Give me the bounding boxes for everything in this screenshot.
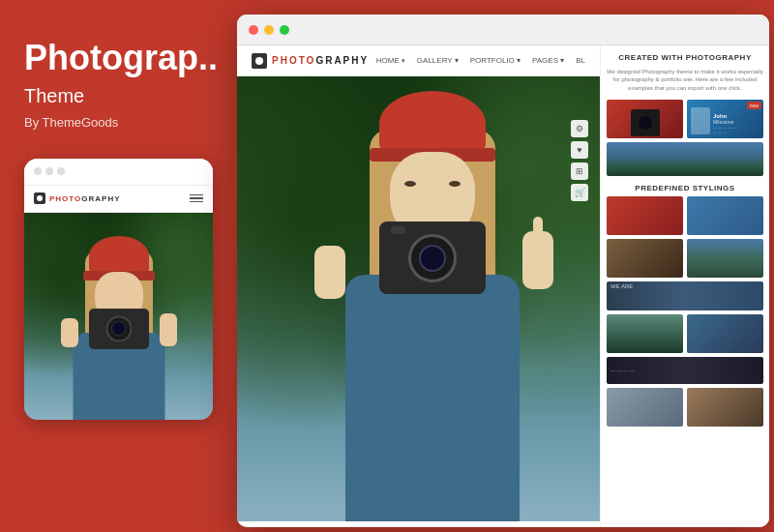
pred-photo-7 [687,314,763,353]
website-logo-text: PHOTOGRAPHY [272,55,369,66]
mobile-dot-1 [34,167,42,175]
website-nav-links: HOME GALLERY ▾ PORTFOLIO ▾ PAGES ▾ BL [376,56,585,65]
website-hero: ⚙ ♥ ⊞ 🛒 [237,76,600,521]
cart-icon[interactable]: 🛒 [571,184,588,201]
mobile-hamburger-icon[interactable] [190,194,203,203]
mobile-dot-3 [57,167,65,175]
pred-thumb-6[interactable] [607,314,683,353]
pred-photo-10 [687,388,763,427]
grid-icon[interactable]: ⊞ [571,163,588,180]
mobile-dot-2 [45,167,53,175]
mobile-nav: PHOTOGRAPHY [24,186,213,213]
hero-jacket [345,275,520,521]
mobile-hand-left [61,318,78,347]
website-main: PHOTOGRAPHY HOME GALLERY ▾ PORTFOLIO ▾ P… [237,45,600,527]
created-with-title: CREATED WITH PHOTOGRAPHY [607,53,763,62]
landscape-photo [607,142,763,176]
thumb-grid-created: new John Milestone — — — — — — — — [607,100,763,176]
thumb-grid-predefined: WE ARE — — — — [607,196,763,427]
nav-link-gallery[interactable]: GALLERY ▾ [417,56,459,65]
mobile-mockup: PHOTOGRAPHY [24,159,213,420]
thumb-card-text: John Milestone — — — — — — — — [713,113,759,134]
pred-thumb-1[interactable] [607,196,683,235]
created-with-desc: We designed Photography theme to make it… [607,68,763,92]
theme-title: Photograp.. [24,39,213,77]
browser-dot-green [280,25,289,35]
mini-photo-1 [607,100,683,138]
hero-camera [379,222,486,294]
left-panel: Photograp.. Theme By ThemeGoods PHOTOGRA… [0,0,237,532]
hero-hat [379,91,486,157]
thumb-3[interactable] [607,142,763,176]
new-badge: new [747,102,761,109]
pred-text-5: WE ARE [607,281,763,291]
nav-link-pages[interactable]: PAGES ▾ [532,56,564,65]
hero-hand-right [522,231,553,289]
pred-thumb-8[interactable]: — — — — [607,357,763,384]
thumb-1[interactable] [607,100,683,138]
predefined-title: PREDEFINED STYLINGS [607,184,763,192]
thumb-2[interactable]: new John Milestone — — — — — — — — [687,100,763,138]
mobile-hat [89,236,149,277]
pred-photo-3 [607,239,683,278]
nav-link-bl[interactable]: BL [576,56,585,65]
mobile-person [56,231,182,420]
pred-photo-8: — — — — [607,357,763,384]
website-logo-icon [252,53,267,69]
hero-person [297,81,568,521]
pred-photo-6 [607,314,683,353]
pred-photo-4 [687,239,763,278]
pred-thumb-3[interactable] [607,239,683,278]
browser-dot-yellow [264,25,274,35]
mobile-dots [34,167,65,175]
browser-dot-red [249,25,258,35]
settings-icon[interactable]: ⚙ [571,120,588,137]
mobile-logo-icon [34,192,45,204]
mobile-hand-right [160,313,177,346]
side-icons: ⚙ ♥ ⊞ 🛒 [571,120,588,201]
mobile-photo-area [24,213,213,420]
mobile-top-bar [24,159,213,186]
nav-link-home[interactable]: HOME [376,56,405,65]
website-sidebar: CREATED WITH PHOTOGRAPHY We designed Pho… [600,45,769,527]
theme-subtitle: Theme [24,85,213,107]
mobile-camera-lens [105,315,132,341]
hero-camera-lens [408,234,457,282]
mobile-camera [89,309,149,349]
mobile-logo: PHOTOGRAPHY [34,192,121,204]
website-nav: PHOTOGRAPHY HOME GALLERY ▾ PORTFOLIO ▾ P… [237,45,600,76]
hero-hand-left [314,246,345,299]
pred-thumb-5[interactable]: WE ARE [607,281,763,310]
nav-link-portfolio[interactable]: PORTFOLIO ▾ [470,56,521,65]
pred-photo-2 [687,196,763,235]
website-logo: PHOTOGRAPHY [252,53,369,69]
mobile-logo-text: PHOTOGRAPHY [49,194,121,203]
pred-thumb-2[interactable] [687,196,763,235]
pred-thumb-10[interactable] [687,388,763,427]
pred-thumb-7[interactable] [687,314,763,353]
pred-photo-9 [607,388,683,427]
theme-by: By ThemeGoods [24,115,213,130]
browser-mockup: PHOTOGRAPHY HOME GALLERY ▾ PORTFOLIO ▾ P… [237,15,769,527]
browser-content: PHOTOGRAPHY HOME GALLERY ▾ PORTFOLIO ▾ P… [237,45,769,527]
browser-top-bar [237,15,769,45]
heart-icon[interactable]: ♥ [571,141,588,159]
pred-thumb-9[interactable] [607,388,683,427]
pred-text-8: — — — — [610,368,634,373]
pred-thumb-4[interactable] [687,239,763,278]
pred-photo-1 [607,196,683,235]
